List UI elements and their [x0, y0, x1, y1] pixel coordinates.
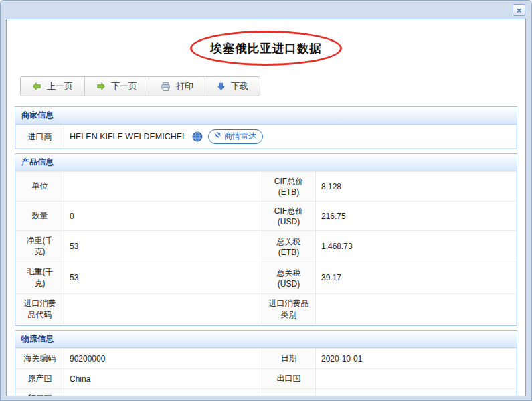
section-header-merchant: 商家信息: [15, 107, 517, 125]
prev-page-label: 上一页: [47, 80, 73, 92]
field-value: 2020-10-01: [316, 349, 517, 369]
field-label: 日期: [262, 349, 316, 369]
importer-label: 进口商: [16, 125, 64, 149]
printer-icon: [161, 82, 171, 92]
field-value: China: [64, 369, 262, 389]
field-label: 进口消费品代码: [16, 294, 64, 325]
field-value: 1,468.73: [316, 231, 517, 262]
business-radar-button[interactable]: 商情雷达: [208, 129, 263, 144]
field-value: 53: [64, 262, 262, 294]
field-value: 53: [64, 231, 262, 262]
table-row: 单位 CIF总价 (ETB) 8,128: [16, 172, 517, 202]
table-row: 海关编码 90200000 日期 2020-10-01: [16, 349, 517, 369]
field-value: 90200000: [64, 349, 262, 369]
radar-button-label: 商情雷达: [224, 131, 256, 142]
field-label: 单位: [16, 172, 64, 202]
next-page-label: 下一页: [111, 80, 137, 92]
field-label: 出口国: [262, 369, 316, 389]
section-product-info: 产品信息 单位 CIF总价 (ETB) 8,128 数量 0 CIF总价 (US…: [15, 153, 517, 326]
field-value: 8,128: [316, 172, 517, 202]
blue-arrow-down-icon: [217, 82, 226, 91]
table-row: 净重(千克) 53 总关税(ETB) 1,468.73: [16, 231, 517, 262]
prev-page-button[interactable]: 上一页: [21, 77, 85, 96]
dialog-window: × 埃塞俄比亚进口数据 上一页 下一页: [0, 0, 532, 401]
field-label: 数量: [16, 202, 64, 231]
field-value: [64, 294, 262, 325]
title-area: 埃塞俄比亚进口数据: [190, 31, 342, 66]
field-label: 贸易国: [16, 389, 64, 397]
field-label: CIF总价 (ETB): [262, 172, 316, 202]
field-label: 毛重(千克): [16, 262, 64, 294]
field-value: 216.75: [316, 202, 517, 231]
page-title: 埃塞俄比亚进口数据: [190, 31, 342, 66]
field-value: 0: [64, 202, 262, 231]
field-value: [316, 389, 517, 397]
dialog-titlebar: ×: [1, 1, 531, 19]
field-label: 净重(千克): [16, 231, 64, 262]
green-arrow-left-icon: [32, 82, 41, 91]
field-value: [316, 294, 517, 325]
print-label: 打印: [176, 80, 193, 92]
field-label: 总关税(ETB): [262, 231, 316, 262]
field-value: 39.17: [316, 262, 517, 294]
dialog-content: 埃塞俄比亚进口数据 上一页 下一页: [6, 19, 526, 396]
field-label: 总关税 (USD): [262, 262, 316, 294]
section-logistics-info: 物流信息 海关编码 90200000 日期 2020-10-01 原产国 Chi…: [15, 330, 517, 396]
table-row: 毛重(千克) 53 总关税 (USD) 39.17: [16, 262, 517, 294]
field-value: [64, 172, 262, 202]
field-label: CIF总价 (USD): [262, 202, 316, 231]
section-merchant-info: 商家信息 进口商 HELEN KIFLE WELDEMICHEL: [15, 106, 517, 149]
close-icon: ×: [517, 5, 522, 15]
logistics-table: 海关编码 90200000 日期 2020-10-01 原产国 China 出口…: [15, 348, 517, 396]
field-label: [262, 389, 316, 397]
section-header-product: 产品信息: [15, 154, 517, 171]
field-label: 海关编码: [16, 349, 64, 369]
table-row: 进口消费品代码 进口消费品类别: [16, 294, 517, 325]
importer-value-cell: HELEN KIFLE WELDEMICHEL: [64, 125, 517, 149]
table-row: 进口商 HELEN KIFLE WELDEMICHEL: [16, 125, 517, 149]
radar-icon: [213, 131, 221, 141]
section-header-logistics: 物流信息: [15, 331, 517, 348]
close-button[interactable]: ×: [513, 4, 525, 16]
next-page-button[interactable]: 下一页: [85, 77, 149, 96]
field-label: 原产国: [16, 369, 64, 389]
green-arrow-right-icon: [96, 82, 106, 91]
download-label: 下载: [231, 80, 248, 92]
print-button[interactable]: 打印: [149, 77, 205, 96]
globe-icon[interactable]: [192, 131, 203, 142]
field-value: [316, 369, 517, 389]
table-row: 数量 0 CIF总价 (USD) 216.75: [16, 202, 517, 231]
field-value: China: [64, 389, 262, 397]
product-table: 单位 CIF总价 (ETB) 8,128 数量 0 CIF总价 (USD) 21…: [15, 171, 517, 325]
table-row: 原产国 China 出口国: [16, 369, 517, 389]
table-row: 贸易国 China: [16, 389, 517, 397]
toolbar: 上一页 下一页 打印: [20, 76, 260, 96]
merchant-table: 进口商 HELEN KIFLE WELDEMICHEL: [15, 125, 517, 149]
importer-name: HELEN KIFLE WELDEMICHEL: [70, 132, 187, 141]
field-label: 进口消费品类别: [262, 294, 316, 325]
download-button[interactable]: 下载: [205, 77, 260, 96]
